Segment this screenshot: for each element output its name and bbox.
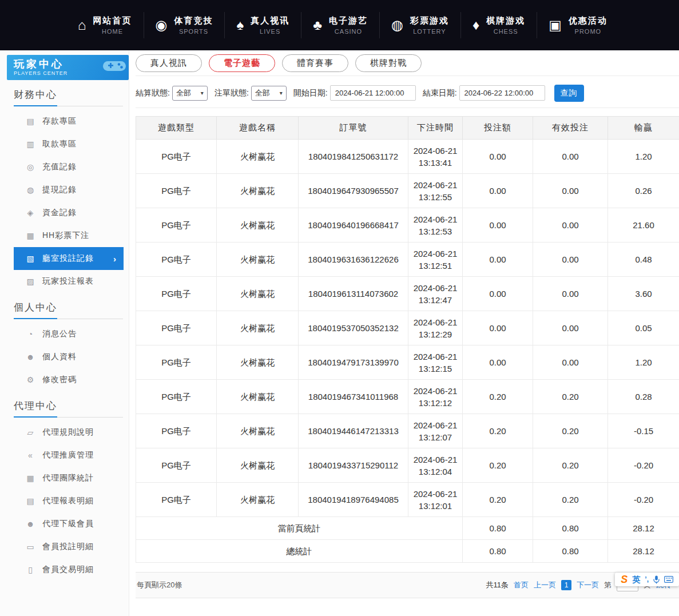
sidebar-section-heading: 代理中心	[14, 399, 129, 412]
search-button[interactable]: 查詢	[554, 85, 584, 102]
sidebar-item-agent-team-stats[interactable]: ▦代理團隊統計	[0, 467, 129, 490]
nav-item-lottery[interactable]: ◍彩票游戏LOTTERY	[379, 12, 460, 38]
table-row: PG电子火树赢花18040198412506311722024-06-21 13…	[136, 140, 679, 174]
bet-time-cell: 2024-06-21 13:12:15	[408, 345, 463, 380]
settle-status-select[interactable]: 全部 ▾	[172, 86, 208, 101]
sidebar-section-heading: 财務中心	[14, 88, 129, 101]
deposit-icon: ▤	[25, 117, 35, 125]
summary-bet-amount: 0.80	[463, 540, 533, 563]
order-status-select[interactable]: 全部 ▾	[251, 86, 287, 101]
column-header: 遊戲類型	[136, 117, 217, 140]
nav-label-zh: 棋牌游戏	[486, 15, 525, 26]
sidebar-item-withdrawal-record[interactable]: ◍提現記錄	[0, 178, 129, 201]
game-type-cell: PG电子	[136, 414, 217, 448]
order-no-cell: 1804019418976494085	[299, 483, 408, 517]
team-stats-icon: ▦	[25, 474, 35, 482]
nav-item-labels: 电子游艺CASINO	[329, 15, 368, 35]
nav-item-labels: 体育竞技SPORTS	[174, 15, 213, 35]
sidebar-item-change-password[interactable]: ⚙修改密碼	[0, 368, 129, 391]
nav-item-lives[interactable]: ♠真人视讯LIVES	[224, 12, 301, 38]
bet-amount-cell: 0.00	[463, 243, 533, 277]
nav-item-chess[interactable]: ♦棋牌游戏CHESS	[460, 12, 537, 38]
nav-item-casino[interactable]: ♣电子游艺CASINO	[301, 12, 379, 38]
game-name-cell: 火树赢花	[217, 208, 299, 243]
sidebar-item-member-bet-detail[interactable]: ▭會員投註明細	[0, 535, 129, 558]
sidebar-sections: 财務中心▤存款專區▥取款專區◎充值記錄◍提現記錄◈資金記錄▦HH彩票下注▧廳室投…	[0, 88, 129, 581]
column-header: 有效投注	[533, 117, 608, 140]
sports-ball-icon: ◉	[156, 18, 168, 32]
order-no-cell: 1804019841250631172	[299, 140, 408, 174]
sidebar-item-agent-promotion[interactable]: «代理推廣管理	[0, 444, 129, 467]
game-name-cell: 火树赢花	[217, 448, 299, 483]
sidebar-item-agent-rules[interactable]: ▱代理規則說明	[0, 421, 129, 444]
column-header: 投注額	[463, 117, 533, 140]
sidebar-item-label: 修改密碼	[42, 375, 77, 385]
sidebar-item-member-transaction-detail[interactable]: ▯會員交易明細	[0, 558, 129, 581]
nav-item-labels: 优惠活动PROMO	[569, 15, 607, 35]
sidebar-section: 個人中心◔消息公告☻個人資料⚙修改密碼	[0, 301, 129, 391]
ime-punctuation-indicator[interactable]: ’,	[645, 576, 649, 583]
first-page-link[interactable]: 首页	[514, 580, 529, 590]
ime-language-indicator[interactable]: 英	[632, 575, 640, 583]
sidebar-item-agent-sub-members[interactable]: ☻代理下級會員	[0, 512, 129, 535]
sidebar-item-deposit[interactable]: ▤存款專區	[0, 110, 129, 133]
nav-item-home[interactable]: ⌂网站首页HOME	[66, 12, 144, 38]
bet-time-cell: 2024-06-21 13:13:41	[408, 140, 463, 174]
bet-time-cell: 2024-06-21 13:12:53	[408, 208, 463, 243]
current-page-indicator[interactable]: 1	[561, 580, 571, 590]
sidebar-item-label: 會員交易明細	[42, 565, 94, 575]
nav-item-promo[interactable]: ▣优惠活动PROMO	[537, 12, 619, 38]
sidebar-item-label: 存款專區	[42, 116, 77, 126]
jump-prefix: 第	[604, 580, 612, 590]
valid-bet-cell: 0.00	[533, 208, 608, 243]
bet-amount-cell: 0.20	[463, 483, 533, 517]
next-page-link[interactable]: 下一页	[577, 580, 599, 590]
tab-真人視訊[interactable]: 真人視訊	[136, 54, 202, 72]
sidebar-item-agent-report-detail[interactable]: ▤代理報表明細	[0, 490, 129, 512]
tab-棋牌對戰[interactable]: 棋牌對戰	[355, 54, 422, 72]
order-no-cell: 1804019631636122626	[299, 243, 408, 277]
bets-table: 遊戲類型遊戲名稱訂單號下注時間投注額有效投注輸贏 PG电子火树赢花1804019…	[136, 116, 679, 563]
bet-time-cell: 2024-06-21 13:12:12	[408, 380, 463, 414]
prev-page-link[interactable]: 上一页	[534, 580, 556, 590]
sidebar-item-label: 充值記錄	[42, 162, 77, 172]
sidebar-item-messages[interactable]: ◔消息公告	[0, 323, 129, 345]
members-icon: ☻	[25, 520, 35, 528]
order-no-cell: 1804019537050352132	[299, 311, 408, 345]
bet-amount-cell: 0.00	[463, 311, 533, 345]
nav-label-en: HOME	[102, 28, 123, 35]
nav-item-labels: 真人视讯LIVES	[251, 15, 289, 35]
column-header: 訂單號	[299, 117, 408, 140]
table-row: PG电子火树赢花18040196401966684172024-06-21 13…	[136, 208, 679, 243]
sidebar-item-label: 代理規則說明	[42, 427, 94, 438]
nav-item-sports[interactable]: ◉体育竞技SPORTS	[144, 12, 225, 38]
filter-bar: 結算狀態: 全部 ▾ 注單狀態: 全部 ▾ 開始日期: 結束日期: 查詢	[136, 78, 679, 108]
start-date-input[interactable]	[330, 85, 416, 101]
keyboard-icon[interactable]	[664, 576, 673, 583]
sidebar-item-player-bet-report[interactable]: ▨玩家投注報表	[0, 270, 129, 293]
sidebar-item-withdraw[interactable]: ▥取款專區	[0, 133, 129, 156]
sidebar-item-hh-lottery-bet[interactable]: ▦HH彩票下注	[0, 224, 129, 247]
tab-電子遊藝[interactable]: 電子遊藝	[209, 54, 275, 72]
sidebar-section: 财務中心▤存款專區▥取款專區◎充值記錄◍提現記錄◈資金記錄▦HH彩票下注▧廳室投…	[0, 88, 129, 293]
tab-體育賽事[interactable]: 體育賽事	[282, 54, 348, 72]
category-tabs: 真人視訊電子遊藝體育賽事棋牌對戰	[136, 50, 679, 76]
sidebar-item-profile[interactable]: ☻個人資料	[0, 345, 129, 368]
lottery-balls-icon: ◍	[391, 18, 403, 32]
sidebar-item-room-bet-record[interactable]: ▧廳室投註記錄›	[14, 247, 124, 270]
settle-status-label: 結算狀態:	[136, 88, 170, 98]
game-name-cell: 火树赢花	[217, 311, 299, 345]
valid-bet-cell: 0.00	[533, 277, 608, 311]
microphone-icon[interactable]	[653, 575, 660, 584]
sidebar-item-funds-record[interactable]: ◈資金記錄	[0, 201, 129, 224]
sidebar-item-label: 個人資料	[42, 352, 77, 362]
ime-toolbar[interactable]: S 英 ’,	[615, 573, 679, 586]
win-loss-cell: 0.28	[608, 380, 679, 414]
table-body: PG电子火树赢花18040198412506311722024-06-21 13…	[136, 140, 679, 563]
valid-bet-cell: 0.20	[533, 448, 608, 483]
bet-time-cell: 2024-06-21 13:12:01	[408, 483, 463, 517]
end-date-input[interactable]	[459, 85, 545, 101]
sidebar-item-recharge-record[interactable]: ◎充值記錄	[0, 156, 129, 178]
sidebar-item-label: 提現記錄	[42, 185, 77, 195]
valid-bet-cell: 0.20	[533, 380, 608, 414]
